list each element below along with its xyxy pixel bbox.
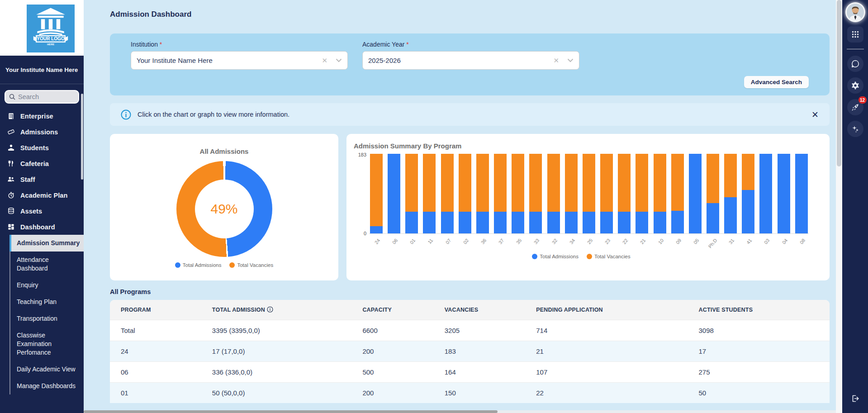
vacancies-segment[interactable]	[405, 154, 418, 212]
sidebar-item-staff[interactable]: Staff	[0, 171, 84, 187]
bar-program-06[interactable]	[388, 154, 400, 233]
table-row-24[interactable]: 2417 (17,0,0)2001832117	[110, 341, 830, 361]
vacancies-segment[interactable]	[618, 154, 631, 212]
bar-program-25[interactable]	[583, 154, 595, 233]
submenu-item-attendance-dashboard[interactable]: Attendance Dashboard	[9, 252, 84, 277]
bar-program-02[interactable]	[459, 154, 471, 233]
admissions-segment[interactable]	[654, 212, 666, 233]
admissions-segment[interactable]	[565, 212, 578, 233]
bar-program-35[interactable]	[512, 154, 524, 233]
vacancies-segment[interactable]	[459, 154, 471, 212]
admission-summary-card[interactable]: Admission Summary By Program 183 0 24060…	[346, 134, 830, 280]
admissions-segment[interactable]	[724, 197, 737, 233]
bar-program-08[interactable]	[795, 154, 808, 233]
submenu-item-teaching-plan[interactable]: Teaching Plan	[9, 294, 84, 310]
admissions-segment[interactable]	[600, 212, 613, 233]
submenu-item-manage-dashboards[interactable]: Manage Dashboards	[9, 378, 84, 394]
bar-program-31[interactable]	[724, 154, 737, 233]
bar-program-09[interactable]	[671, 154, 684, 233]
bar-program-36[interactable]	[476, 154, 489, 233]
vacancies-segment[interactable]	[423, 154, 436, 212]
admissions-segment[interactable]	[476, 212, 489, 233]
bar-program-07[interactable]	[441, 154, 454, 233]
sidebar-scrollbar[interactable]	[81, 94, 83, 180]
submenu-item-transportation[interactable]: Transportation	[9, 310, 84, 327]
institution-select[interactable]: Your Institute Name Here ✕	[131, 51, 348, 70]
bar-program-32[interactable]	[547, 154, 560, 233]
admissions-segment[interactable]	[636, 212, 648, 233]
vacancies-segment[interactable]	[707, 154, 719, 203]
admissions-segment[interactable]	[707, 203, 719, 233]
vacancies-segment[interactable]	[565, 154, 578, 212]
admissions-segment[interactable]	[512, 212, 524, 233]
vacancies-segment[interactable]	[476, 154, 489, 212]
table-row-06[interactable]: 06336 (336,0,0)500164107275	[110, 361, 830, 382]
info-icon[interactable]	[267, 306, 273, 313]
admissions-segment[interactable]	[671, 211, 684, 233]
vacancies-segment[interactable]	[512, 154, 524, 212]
close-icon[interactable]: ✕	[811, 110, 819, 119]
table-row-01[interactable]: 0150 (50,0,0)2001502250	[110, 382, 830, 403]
bar-program-41[interactable]	[742, 154, 754, 233]
bar-program-23[interactable]	[600, 154, 613, 233]
admissions-segment[interactable]	[742, 190, 754, 233]
chevron-down-icon[interactable]	[336, 58, 342, 62]
vacancies-segment[interactable]	[583, 154, 595, 212]
bar-program-24[interactable]	[370, 154, 383, 233]
chat-button[interactable]	[847, 56, 863, 72]
main-scrollbar[interactable]	[836, 0, 842, 413]
chevron-down-icon[interactable]	[567, 58, 574, 62]
sidebar-search[interactable]	[5, 90, 79, 104]
admissions-segment[interactable]	[583, 212, 595, 233]
academic-year-select[interactable]: 2025-2026 ✕	[362, 51, 579, 70]
admissions-segment[interactable]	[494, 212, 507, 233]
user-avatar[interactable]	[847, 4, 864, 21]
sidebar-item-cafeteria[interactable]: Cafeteria	[0, 156, 84, 171]
bar-program-01[interactable]	[405, 154, 418, 233]
bar-program-03[interactable]	[759, 154, 772, 233]
advanced-search-button[interactable]: Advanced Search	[744, 76, 809, 88]
bar-program-11[interactable]	[423, 154, 436, 233]
logout-button[interactable]	[847, 390, 863, 407]
horizontal-scrollbar-thumb[interactable]	[84, 410, 498, 413]
bar-program-33[interactable]	[529, 154, 542, 233]
horizontal-scrollbar[interactable]	[84, 410, 836, 413]
vacancies-segment[interactable]	[494, 154, 507, 212]
vacancies-segment[interactable]	[724, 154, 737, 197]
submenu-item-enquiry[interactable]: Enquiry	[9, 277, 84, 294]
rocket-button[interactable]: 12	[847, 99, 863, 115]
sidebar-item-students[interactable]: Students	[0, 140, 84, 156]
bar-program-10[interactable]	[654, 154, 666, 233]
bar-program-05[interactable]	[689, 154, 702, 233]
sidebar-item-enterprise[interactable]: Enterprise	[0, 108, 84, 124]
bar-program-Ph.D[interactable]	[707, 154, 719, 233]
apps-grid-button[interactable]	[847, 26, 863, 43]
bar-program-22[interactable]	[618, 154, 631, 233]
vacancies-segment[interactable]	[547, 154, 560, 212]
admissions-segment[interactable]	[689, 154, 702, 233]
submenu-item-classwise-examination-perfomance[interactable]: Classwise Examination Perfomance	[9, 327, 84, 361]
bar-program-04[interactable]	[778, 154, 790, 233]
bar-program-21[interactable]	[636, 154, 648, 233]
sidebar-item-assets[interactable]: Assets	[0, 203, 84, 219]
admissions-segment[interactable]	[459, 212, 471, 233]
submenu-item-daily-academic-view[interactable]: Daily Academic View	[9, 361, 84, 378]
clear-institution-icon[interactable]: ✕	[322, 57, 327, 65]
search-input[interactable]	[18, 93, 72, 100]
admissions-segment[interactable]	[388, 154, 400, 233]
vacancies-segment[interactable]	[370, 154, 383, 226]
admissions-segment[interactable]	[441, 212, 454, 233]
all-admissions-card[interactable]: All Admissions 49% Total AdmissionsTotal…	[110, 134, 338, 280]
admissions-segment[interactable]	[778, 154, 790, 233]
ai-assistant-button[interactable]	[847, 121, 863, 137]
vacancies-segment[interactable]	[671, 154, 684, 211]
sidebar-item-admissions[interactable]: Admissions	[0, 124, 84, 140]
clear-academic-year-icon[interactable]: ✕	[553, 57, 559, 65]
vacancies-segment[interactable]	[636, 154, 648, 212]
admissions-segment[interactable]	[370, 226, 383, 233]
admissions-segment[interactable]	[423, 212, 436, 233]
sidebar-item-dashboard[interactable]: Dashboard	[0, 219, 84, 235]
table-row-total[interactable]: Total3395 (3395,0,0)660032057143098	[110, 320, 830, 341]
sidebar-item-academic-plan[interactable]: Academic Plan	[0, 187, 84, 203]
admissions-segment[interactable]	[405, 212, 418, 233]
